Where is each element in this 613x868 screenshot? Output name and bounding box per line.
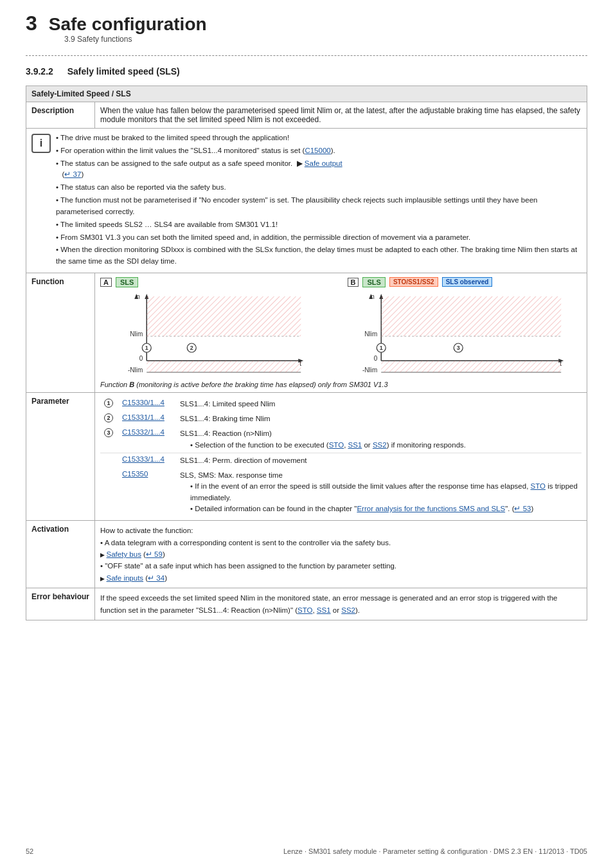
link-ss1-3[interactable]: SS1 <box>348 441 362 449</box>
param-num-1: 1 <box>100 397 118 411</box>
description-row: Description When the value has fallen be… <box>26 102 587 129</box>
param-item-2: 2 C15331/1...4 SLS1...4: Braking time Nl… <box>100 411 582 426</box>
param-item-4: C15333/1...4 SLS1...4: Perm. direction o… <box>100 453 582 468</box>
link-ref-34[interactable]: ↵ 34 <box>148 574 164 582</box>
param-code-5: C15350 <box>118 468 176 516</box>
info-bullet-2: For operation within the limit values th… <box>56 145 582 157</box>
function-row: Function A SLS <box>26 273 587 392</box>
info-bullet-8: When the direction monitoring SDIxxx is … <box>56 244 582 267</box>
chapter-title: Safe configuration <box>49 15 207 33</box>
doc-info: Lenze · SM301 safety module · Parameter … <box>283 847 587 855</box>
svg-text:Nlim: Nlim <box>364 330 377 338</box>
badge-sto-b: STO/SS1/SS2 <box>389 277 438 287</box>
param-desc-4: SLS1...4: Perm. direction of movement <box>176 453 582 468</box>
svg-rect-33 <box>381 296 561 336</box>
svg-rect-35 <box>381 361 561 372</box>
link-sto-error[interactable]: STO <box>298 606 312 614</box>
badge-sls-obs: SLS observed <box>442 277 493 287</box>
diagram-a-header: A SLS <box>100 277 334 287</box>
badge-sls-b: SLS <box>362 277 385 287</box>
link-c15350[interactable]: C15350 <box>122 470 148 478</box>
diagram-a-svg: 0 Nlim -Nlim t n <box>100 290 334 374</box>
activation-label: Activation <box>26 521 95 588</box>
link-sto-5[interactable]: STO <box>531 482 546 490</box>
link-safe-inputs[interactable]: Safe inputs <box>107 574 144 582</box>
link-c15331[interactable]: C15331/1...4 <box>122 413 164 421</box>
link-c15333[interactable]: C15333/1...4 <box>122 455 164 463</box>
param-num-4 <box>100 453 118 468</box>
diagram-b: B SLS STO/SS1/SS2 SLS observed <box>348 277 582 375</box>
diagram-a: A SLS 0 Nlim <box>100 277 334 375</box>
info-cell: i The drive must be braked to the limite… <box>26 129 587 273</box>
svg-text:2: 2 <box>190 345 193 351</box>
subsection-heading: 3.9.2.2 Safely limited speed (SLS) <box>26 66 587 77</box>
param-num-2: 2 <box>100 411 118 426</box>
link-c15330[interactable]: C15330/1...4 <box>122 399 164 406</box>
activation-item-1: A data telegram with a corresponding con… <box>100 537 582 548</box>
link-error-analysis[interactable]: Error analysis for the functions SMS and… <box>357 505 505 512</box>
activation-item-safety-bus: Safety bus (↵ 59) <box>100 548 582 560</box>
link-ss2-error[interactable]: SS2 <box>341 606 355 614</box>
svg-text:1: 1 <box>379 345 382 351</box>
parameter-label: Parameter <box>26 392 95 520</box>
param-code-1: C15330/1...4 <box>118 397 176 411</box>
section-label: 3.9 Safety functions <box>64 35 587 44</box>
svg-text:Nlim: Nlim <box>130 330 143 338</box>
param-table: 1 C15330/1...4 SLS1...4: Limited speed N… <box>100 397 582 516</box>
page-number: 52 <box>26 847 33 855</box>
link-ss1-error[interactable]: SS1 <box>317 606 331 614</box>
link-c15332[interactable]: C15332/1...4 <box>122 428 164 436</box>
error-label: Error behaviour <box>26 588 95 620</box>
svg-text:-Nlim: -Nlim <box>128 366 143 374</box>
badge-sls-a: SLS <box>116 277 138 287</box>
info-bullet-1: The drive must be braked to the limited … <box>56 132 582 144</box>
svg-rect-13 <box>147 296 301 336</box>
parameter-row: Parameter 1 C15330/1...4 <box>26 392 587 520</box>
error-content-cell: If the speed exceeds the set limited spe… <box>95 588 587 620</box>
param-desc-2: SLS1...4: Braking time Nlim <box>176 411 582 426</box>
description-text: When the value has fallen below the para… <box>100 106 580 124</box>
sls-table: Safely-Limited Speed / SLS Description W… <box>26 86 587 620</box>
activation-item-2: "OFF state" at a safe input which has be… <box>100 560 582 572</box>
param-sub-3-1: Selection of the function to be executed… <box>180 440 578 451</box>
function-label: Function <box>26 273 95 392</box>
svg-text:0: 0 <box>373 355 377 362</box>
parameter-content: 1 C15330/1...4 SLS1...4: Limited speed N… <box>95 392 587 520</box>
param-num-5 <box>100 468 118 516</box>
activation-row: Activation How to activate the function:… <box>26 521 587 588</box>
info-content: The drive must be braked to the limited … <box>56 132 582 269</box>
activation-content: How to activate the function: A data tel… <box>100 525 582 584</box>
link-ref-37[interactable]: ↵ 37 <box>64 170 81 178</box>
link-safe-output[interactable]: Safe output <box>305 159 342 167</box>
param-num-3: 3 <box>100 426 118 453</box>
function-note: Function B (monitoring is active before … <box>100 381 582 388</box>
diagrams-row: A SLS 0 Nlim <box>100 277 582 375</box>
param-sub-5-2: Detailed information can be found in the… <box>180 503 578 514</box>
param-desc-5: SLS, SMS: Max. response time If in the e… <box>176 468 582 516</box>
link-c15000[interactable]: C15000 <box>305 147 330 154</box>
badge-b: B <box>348 278 359 287</box>
description-content: When the value has fallen below the para… <box>95 102 587 129</box>
link-safety-bus[interactable]: Safety bus <box>107 550 141 558</box>
page-footer: 52 Lenze · SM301 safety module · Paramet… <box>0 847 613 855</box>
error-content: If the speed exceeds the set limited spe… <box>100 592 582 616</box>
diagram-b-svg: 0 Nlim -Nlim t n <box>348 290 582 374</box>
subsection-number: 3.9.2.2 <box>26 66 53 77</box>
activation-item-safe-inputs: Safe inputs (↵ 34) <box>100 572 582 584</box>
description-label: Description <box>26 102 95 129</box>
link-ref-59[interactable]: ↵ 59 <box>146 550 163 558</box>
svg-text:1: 1 <box>145 345 148 351</box>
error-row: Error behaviour If the speed exceeds the… <box>26 588 587 620</box>
subsection-title: Safely limited speed (SLS) <box>67 66 180 77</box>
link-sto-3[interactable]: STO <box>329 441 344 449</box>
param-item-1: 1 C15330/1...4 SLS1...4: Limited speed N… <box>100 397 582 411</box>
circle-1: 1 <box>104 399 113 408</box>
function-cell: A SLS 0 Nlim <box>95 273 587 392</box>
activation-content-cell: How to activate the function: A data tel… <box>95 521 587 588</box>
activation-list: A data telegram with a corresponding con… <box>100 537 582 584</box>
link-ss2-3[interactable]: SS2 <box>373 441 387 449</box>
info-bullet-6: The limited speeds SLS2 … SLS4 are avail… <box>56 219 582 231</box>
circle-3: 3 <box>104 428 113 437</box>
param-item-5: C15350 SLS, SMS: Max. response time If i… <box>100 468 582 516</box>
link-ref-53[interactable]: ↵ 53 <box>514 505 531 512</box>
